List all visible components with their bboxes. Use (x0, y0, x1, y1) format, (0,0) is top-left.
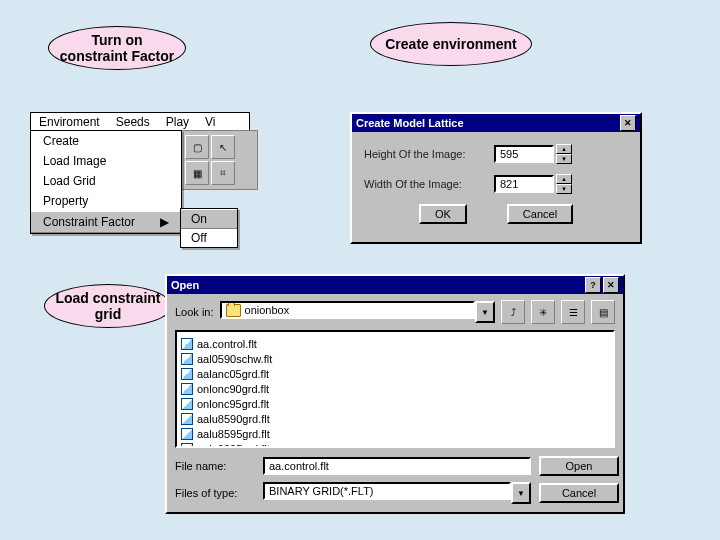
tool-icon[interactable]: ⌗ (211, 161, 235, 185)
file-icon (181, 338, 193, 350)
file-icon (181, 428, 193, 440)
menubar: Enviroment Seeds Play Vi (30, 112, 250, 132)
width-spinner[interactable]: ▲ ▼ (556, 174, 572, 194)
create-model-lattice-dialog: Create Model Lattice ✕ Height Of the Ima… (350, 112, 642, 244)
toolbar-icons: ▢ ↖ ▦ ⌗ (180, 130, 258, 190)
open-dialog-title: Open (171, 279, 199, 291)
submenu-on[interactable]: On (181, 209, 237, 229)
constraint-submenu: On Off (180, 208, 238, 248)
menu-item-load-grid[interactable]: Load Grid (31, 171, 181, 191)
help-icon[interactable]: ? (585, 277, 601, 293)
details-view-icon[interactable]: ▤ (591, 300, 615, 324)
chevron-up-icon[interactable]: ▲ (556, 174, 572, 184)
submenu-off[interactable]: Off (181, 229, 237, 247)
menu-play[interactable]: Play (158, 113, 197, 131)
arrow-icon[interactable]: ↖ (211, 135, 235, 159)
menu-item-create[interactable]: Create (31, 131, 181, 151)
menu-environment[interactable]: Enviroment (31, 113, 108, 131)
height-spinner[interactable]: ▲ ▼ (556, 144, 572, 164)
chevron-down-icon[interactable]: ▼ (511, 482, 531, 504)
lookin-combo[interactable]: onionbox (220, 301, 475, 319)
menu-item-property[interactable]: Property (31, 191, 181, 211)
environment-menu-area: Enviroment Seeds Play Vi ▢ ↖ ▦ ⌗ Create … (30, 112, 250, 258)
chevron-down-icon[interactable]: ▼ (475, 301, 495, 323)
list-item[interactable]: aalanc05grd.flt (181, 366, 609, 381)
close-icon[interactable]: ✕ (620, 115, 636, 131)
chevron-up-icon[interactable]: ▲ (556, 144, 572, 154)
bubble-create-environment: Create environment (370, 22, 532, 66)
open-dialog: Open ? ✕ Look in: onionbox ▼ ⤴ ✳ ☰ ▤ aa.… (165, 274, 625, 514)
toolbar-icon[interactable]: ▢ (185, 135, 209, 159)
cancel-button[interactable]: Cancel (507, 204, 573, 224)
environment-dropdown: Create Load Image Load Grid Property Con… (30, 130, 182, 234)
list-item[interactable]: onlonc90grd.flt (181, 381, 609, 396)
list-item[interactable]: aa.control.flt (181, 336, 609, 351)
close-icon[interactable]: ✕ (603, 277, 619, 293)
filter-combo[interactable]: BINARY GRID(*.FLT) (263, 482, 511, 500)
height-label: Height Of the Image: (364, 148, 494, 160)
chevron-down-icon[interactable]: ▼ (556, 184, 572, 194)
file-icon (181, 368, 193, 380)
list-item[interactable]: aalu8595grd.flt (181, 426, 609, 441)
lookin-value: onionbox (245, 304, 290, 316)
create-dialog-titlebar: Create Model Lattice ✕ (352, 114, 640, 132)
menu-item-load-image[interactable]: Load Image (31, 151, 181, 171)
filename-input[interactable]: aa.control.flt (263, 457, 531, 475)
submenu-arrow-icon: ▶ (160, 215, 169, 229)
height-input[interactable]: 595 (494, 145, 554, 163)
file-icon (181, 443, 193, 449)
menu-vi[interactable]: Vi (197, 113, 223, 131)
bubble-load-constraint-grid: Load constraint grid (44, 284, 172, 328)
file-icon (181, 383, 193, 395)
new-folder-icon[interactable]: ✳ (531, 300, 555, 324)
file-icon (181, 398, 193, 410)
bubble-turn-on-constraint: Turn on constraint Factor (48, 26, 186, 70)
filename-label: File name: (175, 460, 255, 472)
list-view-icon[interactable]: ☰ (561, 300, 585, 324)
list-item[interactable]: aal0590schw.flt (181, 351, 609, 366)
list-item[interactable]: onlonc95grd.flt (181, 396, 609, 411)
list-item[interactable]: aalu9095grd.flt (181, 441, 609, 448)
lookin-label: Look in: (175, 306, 214, 318)
grid-icon[interactable]: ▦ (185, 161, 209, 185)
width-input[interactable]: 821 (494, 175, 554, 193)
file-icon (181, 413, 193, 425)
menu-item-constraint-factor[interactable]: Constraint Factor ▶ (31, 211, 181, 233)
open-button[interactable]: Open (539, 456, 619, 476)
file-icon (181, 353, 193, 365)
width-label: Width Of the Image: (364, 178, 494, 190)
filter-label: Files of type: (175, 487, 255, 499)
create-dialog-title: Create Model Lattice (356, 117, 464, 129)
open-dialog-titlebar: Open ? ✕ (167, 276, 623, 294)
file-listing[interactable]: aa.control.flt aal0590schw.flt aalanc05g… (175, 330, 615, 448)
up-one-level-icon[interactable]: ⤴ (501, 300, 525, 324)
menu-item-label: Constraint Factor (43, 215, 135, 229)
list-item[interactable]: aalu8590grd.flt (181, 411, 609, 426)
cancel-button[interactable]: Cancel (539, 483, 619, 503)
chevron-down-icon[interactable]: ▼ (556, 154, 572, 164)
ok-button[interactable]: OK (419, 204, 467, 224)
folder-icon (226, 304, 241, 317)
menu-seeds[interactable]: Seeds (108, 113, 158, 131)
